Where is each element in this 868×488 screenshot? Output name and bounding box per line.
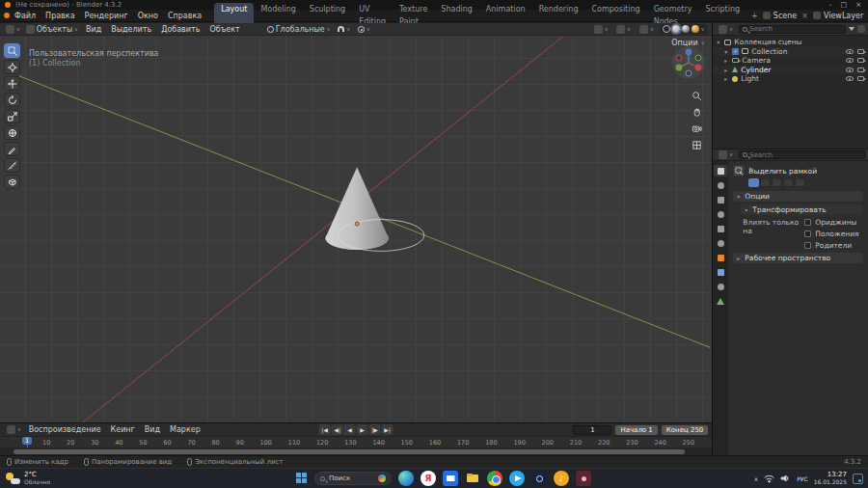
outliner-row-light[interactable]: ▸ Light (713, 74, 868, 84)
viewport-3d[interactable]: Пользовательская перспектива (1) Collect… (0, 36, 712, 422)
select-box-tool[interactable] (4, 43, 20, 58)
annotate-tool[interactable] (4, 142, 20, 156)
snap-toggle[interactable]: ∨ (335, 26, 353, 32)
yandex-icon[interactable]: Я (420, 471, 436, 486)
select-mode-subtract[interactable] (772, 178, 782, 187)
viewlayer-selector[interactable]: ViewLayer (824, 12, 863, 20)
close-button[interactable]: × (855, 1, 861, 9)
properties-editor-dropdown[interactable]: ∨ (716, 150, 736, 159)
timeline-ruler[interactable]: 1020304050607080901001101201301401501601… (0, 436, 712, 447)
tab-render[interactable] (714, 179, 727, 191)
music-icon[interactable]: ♪ (554, 471, 569, 486)
outliner-row-cylinder[interactable]: ▸ Cylinder (713, 66, 868, 75)
properties-search-input[interactable] (749, 151, 861, 159)
tab-object[interactable] (714, 252, 727, 263)
disable-in-render-icon[interactable] (857, 49, 864, 54)
disable-in-render-icon[interactable] (857, 58, 864, 63)
scene-collection-row[interactable]: ▾ Коллекция сцены (713, 38, 868, 47)
hide-in-viewport-icon[interactable] (846, 68, 854, 72)
mode-dropdown[interactable]: Объекты ∨ (23, 25, 81, 34)
hide-in-viewport-icon[interactable] (846, 58, 854, 63)
shading-solid-button[interactable] (672, 25, 680, 33)
select-mode-new[interactable] (748, 178, 759, 187)
outliner-row-collection[interactable]: ▾ ✓ Collection (713, 47, 868, 57)
weather-widget[interactable]: 2°C Облачно (6, 471, 50, 486)
transform-panel-header[interactable]: ▾ Трансформировать (741, 204, 863, 215)
transform-tool[interactable] (4, 125, 20, 140)
filter-icon[interactable] (849, 27, 854, 31)
transform-orientation-dropdown[interactable]: Глобальные ∨ (264, 25, 334, 34)
transport-button[interactable]: |◀ (319, 424, 331, 435)
proportional-edit-toggle[interactable]: ∨ (355, 26, 373, 33)
clock[interactable]: 13:27 16.01.2025 (814, 472, 847, 486)
explorer-ic on[interactable] (465, 471, 480, 486)
transport-button[interactable]: ▶| (382, 424, 393, 435)
tray-chevron-icon[interactable]: ∧ (754, 475, 758, 482)
start-button[interactable] (296, 473, 308, 484)
timeline-scroll-thumb[interactable] (14, 449, 685, 454)
tab-tool[interactable] (714, 165, 727, 176)
workspace-panel-header[interactable]: ▸ Рабочее пространство (733, 253, 863, 263)
notification-center-icon[interactable] (853, 474, 863, 484)
expand-icon[interactable]: ▾ (717, 39, 721, 45)
expand-icon[interactable]: ▸ (724, 75, 729, 82)
scene-unlink-icon[interactable]: × (800, 12, 810, 20)
taskbar-search[interactable]: Поиск (314, 472, 392, 485)
frame-start-field[interactable]: Начало 1 (615, 425, 657, 435)
zoom-icon[interactable] (691, 90, 703, 102)
viewport-menu-item[interactable]: Выделить (106, 23, 156, 36)
tab-scene[interactable] (714, 223, 727, 234)
active-tool-row[interactable]: Выделить рамкой (733, 165, 863, 176)
minimize-button[interactable]: – (828, 1, 832, 9)
hide-in-viewport-icon[interactable] (846, 49, 854, 54)
language-indicator[interactable]: РУС (797, 475, 807, 482)
menu-item[interactable]: Справка (163, 10, 206, 22)
parents-checkbox[interactable] (804, 242, 811, 249)
mail-icon[interactable] (443, 471, 458, 486)
menu-item[interactable]: Правка (41, 10, 79, 22)
telegram-icon[interactable] (509, 471, 525, 486)
outliner-search[interactable] (739, 25, 846, 34)
tab-object-data[interactable] (714, 295, 727, 307)
origins-checkbox[interactable] (804, 219, 811, 226)
timeline-editor-dropdown[interactable]: ∨ (4, 425, 24, 434)
tab-world[interactable] (714, 237, 727, 249)
properties-search[interactable] (739, 150, 865, 159)
menu-item[interactable]: Рендеринг (80, 10, 133, 22)
expand-icon[interactable]: ▸ (724, 67, 729, 73)
timeline-menu-item[interactable]: Кеинг (106, 423, 140, 436)
volume-icon[interactable] (780, 474, 791, 483)
show-gizmo-dropdown[interactable]: ∨ (613, 25, 634, 34)
add-workspace-button[interactable]: + (746, 10, 763, 22)
select-mode-invert[interactable] (783, 178, 794, 187)
timeline-menu-item[interactable]: Воспроизведение (24, 423, 106, 436)
select-mode-intersect[interactable] (795, 178, 805, 187)
options-panel-header[interactable]: ▾ Опции (733, 191, 863, 202)
menu-item[interactable]: Окно (133, 10, 163, 22)
scene-selector[interactable]: Scene (773, 12, 797, 20)
current-frame-field[interactable]: 1 (573, 425, 611, 435)
expand-icon[interactable]: ▸ (724, 57, 729, 64)
outliner-search-input[interactable] (749, 25, 842, 33)
wifi-icon[interactable] (764, 474, 774, 483)
scale-tool[interactable] (4, 109, 20, 123)
disable-in-render-icon[interactable] (857, 68, 864, 72)
move-tool[interactable] (4, 76, 20, 91)
locations-checkbox[interactable] (804, 230, 811, 237)
shading-rendered-button[interactable] (692, 25, 699, 33)
outliner-row-camera[interactable]: ▸ Camera (713, 56, 868, 66)
shading-material-button[interactable] (682, 25, 690, 33)
transport-button[interactable]: |▶ (369, 424, 381, 435)
viewport-menu-item[interactable]: Добавить (156, 23, 204, 36)
collection-checkbox[interactable]: ✓ (732, 48, 739, 55)
cursor-tool[interactable] (4, 60, 20, 74)
select-mode-extend[interactable] (760, 178, 771, 187)
rotate-tool[interactable] (4, 93, 20, 107)
timeline-scrollbar[interactable] (0, 447, 712, 455)
chrome-icon[interactable] (487, 471, 502, 486)
ortho-toggle-icon[interactable] (691, 139, 703, 151)
transport-button[interactable]: ◀ (344, 424, 356, 435)
outliner-editor-dropdown[interactable]: ∨ (716, 25, 736, 34)
shading-wireframe-button[interactable] (663, 25, 670, 33)
measure-tool[interactable] (4, 158, 20, 173)
